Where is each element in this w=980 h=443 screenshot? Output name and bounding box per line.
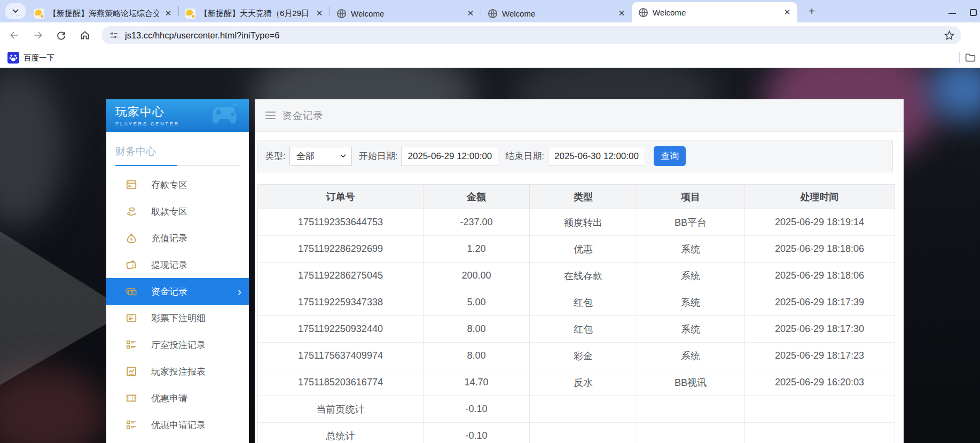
sidebar-item-lottery-bet-details[interactable]: 彩票下注明细 bbox=[106, 305, 249, 331]
tab-title: Welcome bbox=[502, 9, 613, 18]
bookmark-baidu[interactable]: 百度一下 bbox=[7, 52, 54, 64]
type-filter-label: 类型: bbox=[265, 150, 286, 162]
cell-type: 优惠 bbox=[530, 236, 637, 263]
cell-order-id: 1751192286275045 bbox=[258, 263, 424, 289]
home-button[interactable] bbox=[76, 26, 94, 44]
sidebar-item-withdraw-zone[interactable]: 取款专区 bbox=[106, 198, 249, 225]
tab-forum-2[interactable]: 【新提醒】天天竞猜（6月29日 ✕ bbox=[179, 4, 330, 22]
back-arrow-icon bbox=[9, 30, 20, 41]
cell-page-total-label: 当前页统计 bbox=[258, 396, 424, 423]
cell-type: 在线存款 bbox=[530, 263, 637, 289]
table-row: 1751192250932440 8.00 红包 系统 2025-06-29 1… bbox=[258, 316, 895, 343]
cell-amount: 14.70 bbox=[424, 369, 530, 396]
tab-forum-1[interactable]: 【新提醒】海燕策略论坛综合交 ✕ bbox=[28, 4, 178, 22]
start-date-value: 2025-06-29 12:00:00 bbox=[407, 151, 492, 162]
query-button[interactable]: 查询 bbox=[654, 146, 686, 166]
tab-title: Welcome bbox=[653, 8, 778, 17]
tab-search-button[interactable] bbox=[5, 3, 26, 19]
banknotes-icon bbox=[126, 286, 137, 297]
sidebar: 玩家中心 PLAYERS CENTER 财务中心 存款专区 取款专区 ¥ 充值记… bbox=[106, 99, 249, 443]
sidebar-item-withdrawal-records[interactable]: 提现记录 bbox=[106, 251, 249, 278]
table-row-page-total: 当前页统计 -0.10 bbox=[258, 396, 895, 423]
browser-toolbar: js13.cc/hhcp/usercenter.html?iniType=6 bbox=[0, 22, 980, 48]
browser-tab-strip: 【新提醒】海燕策略论坛综合交 ✕ 【新提醒】天天竞猜（6月29日 ✕ Welco… bbox=[0, 0, 980, 22]
cell-grand-total-amount: -0.10 bbox=[424, 423, 530, 443]
bookmark-star-icon[interactable] bbox=[944, 30, 955, 41]
tab-close-icon[interactable]: ✕ bbox=[466, 9, 475, 18]
cell-process-time: 2025-06-29 18:18:06 bbox=[744, 263, 895, 289]
sidebar-item-label: 优惠申请 bbox=[151, 392, 187, 405]
sidebar-item-promo-apply[interactable]: 优惠申请 bbox=[106, 385, 249, 412]
start-date-label: 开始日期: bbox=[359, 150, 398, 162]
table-row: 1751175637409974 8.00 彩金 系统 2025-06-29 1… bbox=[258, 343, 895, 369]
sidebar-item-recharge-records[interactable]: ¥ 充值记录 bbox=[106, 225, 249, 251]
col-amount: 金额 bbox=[424, 185, 530, 209]
forum-favicon bbox=[185, 9, 195, 19]
bullet-list-icon bbox=[126, 419, 137, 431]
start-date-input[interactable]: 2025-06-29 12:00:00 bbox=[401, 147, 498, 166]
bg-blur-blob bbox=[0, 68, 64, 228]
sidebar-banner: 玩家中心 PLAYERS CENTER bbox=[106, 99, 249, 132]
window-minimize-button[interactable] bbox=[948, 13, 956, 14]
url-bar[interactable]: js13.cc/hhcp/usercenter.html?iniType=6 bbox=[101, 26, 961, 44]
cell-order-id: 1751192259347338 bbox=[258, 289, 424, 316]
sidebar-item-deposit-zone[interactable]: 存款专区 bbox=[106, 171, 249, 198]
back-button[interactable] bbox=[5, 26, 23, 44]
coupon-icon bbox=[126, 392, 137, 404]
sidebar-item-player-bet-report[interactable]: 玩家投注报表 bbox=[106, 358, 249, 385]
tab-close-icon[interactable]: ✕ bbox=[782, 7, 792, 17]
reload-button[interactable] bbox=[52, 26, 70, 44]
main-content-panel: 资金记录 类型: 全部 开始日期: 2025-06-29 12:00:00 结束… bbox=[255, 99, 904, 443]
cell-project: 系统 bbox=[637, 289, 744, 316]
end-date-input[interactable]: 2025-06-30 12:00:00 bbox=[548, 147, 645, 166]
page-title: 资金记录 bbox=[282, 109, 324, 122]
table-row: 1751192286275045 200.00 在线存款 系统 2025-06-… bbox=[258, 263, 895, 289]
sidebar-menu: 存款专区 取款专区 ¥ 充值记录 提现记录 资金记录 › 彩票下注明细 bbox=[106, 171, 249, 438]
tab-welcome-2[interactable]: Welcome ✕ bbox=[481, 4, 632, 22]
home-icon bbox=[80, 30, 90, 41]
site-info-icon[interactable] bbox=[109, 30, 119, 40]
new-tab-button[interactable]: + bbox=[804, 3, 820, 19]
other-bookmarks-folder-icon[interactable] bbox=[965, 53, 976, 62]
cell-page-total-amount: -0.10 bbox=[424, 396, 530, 423]
reload-icon bbox=[56, 30, 67, 41]
cell-type: 红包 bbox=[530, 289, 637, 316]
sidebar-item-hall-bet-records[interactable]: 厅室投注记录 bbox=[106, 331, 249, 358]
globe-icon bbox=[638, 7, 648, 18]
table-row: 1751192353644753 -237.00 额度转出 BB平台 2025-… bbox=[258, 209, 895, 236]
cell-process-time: 2025-06-29 18:17:30 bbox=[744, 316, 895, 343]
cell-process-time: 2025-06-29 16:20:03 bbox=[744, 369, 895, 396]
window-restore-button[interactable] bbox=[970, 9, 977, 16]
tab-close-icon[interactable]: ✕ bbox=[315, 9, 324, 18]
sidebar-item-label: 充值记录 bbox=[151, 232, 187, 244]
finance-section-title: 财务中心 bbox=[106, 132, 249, 165]
tab-close-icon[interactable]: ✕ bbox=[617, 9, 626, 18]
cell-order-id: 1751192353644753 bbox=[258, 209, 424, 236]
deposit-card-icon bbox=[126, 179, 137, 191]
type-select[interactable]: 全部 bbox=[289, 147, 352, 166]
sidebar-item-label: 存款专区 bbox=[151, 179, 187, 191]
bookmark-label: 百度一下 bbox=[23, 53, 54, 63]
tab-welcome-1[interactable]: Welcome ✕ bbox=[330, 4, 481, 22]
bg-blur-blob bbox=[0, 367, 107, 443]
sidebar-item-promo-apply-records[interactable]: 优惠申请记录 bbox=[106, 412, 249, 438]
tab-title: 【新提醒】天天竞猜（6月29日 bbox=[200, 9, 310, 19]
bullet-list-icon bbox=[126, 339, 137, 351]
gamepad-icon bbox=[210, 104, 241, 127]
forward-button[interactable] bbox=[29, 26, 47, 44]
sidebar-item-fund-records[interactable]: 资金记录 › bbox=[106, 278, 249, 305]
money-bag-icon: ¥ bbox=[126, 232, 137, 244]
cell-process-time: 2025-06-29 18:17:23 bbox=[744, 343, 895, 369]
end-date-label: 结束日期: bbox=[505, 150, 544, 162]
chart-report-icon bbox=[126, 366, 137, 377]
tab-close-icon[interactable]: ✕ bbox=[163, 9, 173, 18]
cell-amount: 200.00 bbox=[424, 263, 530, 289]
hamburger-menu-icon[interactable] bbox=[265, 112, 276, 120]
col-process-time: 处理时间 bbox=[744, 185, 895, 209]
cell-order-id: 1751185203616774 bbox=[258, 369, 424, 396]
web-page: 玩家中心 PLAYERS CENTER 财务中心 存款专区 取款专区 ¥ 充值记… bbox=[0, 68, 980, 443]
table-row: 1751192286292699 1.20 优惠 系统 2025-06-29 1… bbox=[258, 236, 895, 263]
tab-title: 【新提醒】海燕策略论坛综合交 bbox=[49, 9, 159, 19]
col-type: 类型 bbox=[530, 185, 637, 209]
tab-welcome-active[interactable]: Welcome ✕ bbox=[632, 2, 797, 22]
